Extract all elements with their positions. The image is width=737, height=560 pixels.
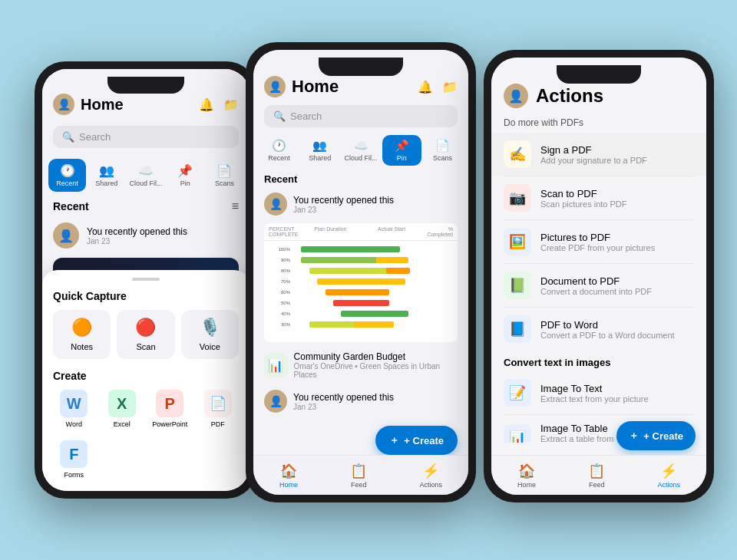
create-powerpoint[interactable]: P PowerPoint [149, 390, 191, 428]
menu-icon[interactable]: ≡ [232, 199, 239, 213]
mid-create-button[interactable]: ＋ + Create [375, 426, 458, 455]
search-bar[interactable]: 🔍 Search [53, 126, 239, 148]
tab-bar: 🕐 Recent 👥 Shared ☁️ Cloud Fil... 📌 Pin … [42, 153, 250, 195]
rp-feed-icon: 📋 [588, 463, 605, 479]
pdf-label: PDF [211, 420, 225, 428]
gantt-bar-area-5 [293, 288, 453, 296]
mid-search-bar[interactable]: 🔍 Search [264, 105, 458, 127]
tab-scans[interactable]: 📄 Scans [206, 159, 243, 192]
gantt-label-3: 80% [269, 268, 290, 273]
gantt-bar-8b [354, 321, 394, 328]
sign-pdf-title: Sign a PDF [540, 144, 647, 156]
mid-scans-icon: 📄 [435, 139, 450, 153]
mid-feed-label: Feed [351, 481, 367, 489]
qc-notes[interactable]: 🟠 Notes [53, 310, 111, 359]
mid-nav-home[interactable]: 🏠 Home [267, 460, 310, 492]
mid-nav-actions[interactable]: ⚡ Actions [407, 460, 454, 492]
mid-tab-shared[interactable]: 👥 Shared [300, 135, 339, 166]
rp-content: Do more with PDFs ✍️ Sign a PDF Add your… [491, 114, 706, 443]
create-forms[interactable]: F Forms [53, 440, 95, 479]
gantt-bar-3 [309, 268, 389, 274]
rp-img-text[interactable]: 📝 Image To Text Extract text from your p… [491, 371, 706, 414]
rp-doc-pdf[interactable]: 📗 Document to PDF Convert a document int… [491, 264, 706, 307]
rp-nav-feed[interactable]: 📋 Feed [579, 460, 614, 492]
create-excel[interactable]: X Excel [101, 390, 144, 428]
right-phone-notch [557, 65, 641, 84]
budget-item[interactable]: 📊 Community Garden Budget Omar's OneDriv… [253, 345, 468, 385]
mid-create-plus: ＋ [389, 433, 399, 447]
scans-icon: 📄 [216, 163, 232, 178]
rp-actions-label: Actions [657, 481, 680, 489]
mid-nav-feed[interactable]: 📋 Feed [338, 460, 379, 492]
tab-recent[interactable]: 🕐 Recent [48, 159, 86, 192]
ppt-icon: P [165, 395, 175, 413]
mid-shared-icon: 👥 [312, 139, 327, 153]
ppt-icon-box: P [156, 390, 183, 417]
mid-bell-icon[interactable]: 🔔 [418, 80, 433, 94]
mid-tab-recent[interactable]: 🕐 Recent [259, 135, 299, 166]
tab-cloud[interactable]: ☁️ Cloud Fil... [127, 159, 164, 192]
recent-label: Recent [53, 200, 89, 212]
gantt-bar-6 [333, 300, 389, 306]
tab-shared[interactable]: 👥 Shared [88, 159, 125, 192]
scan-label: Scan [136, 342, 155, 351]
forms-icon-box: F [60, 440, 88, 468]
rp-home-label: Home [517, 481, 536, 489]
rp-nav-home[interactable]: 🏠 Home [508, 460, 545, 492]
gantt-bar-area-7 [293, 310, 453, 318]
create-pdf[interactable]: 📄 PDF [197, 390, 240, 428]
recent-item[interactable]: 👤 You recently opened this Jan 23 [42, 216, 250, 255]
rp-create-button[interactable]: ＋ + Create [616, 421, 696, 450]
rp-sign-pdf[interactable]: ✍️ Sign a PDF Add your signature to a PD… [491, 133, 706, 176]
tab-pin[interactable]: 📌 Pin [167, 159, 204, 192]
mid-cloud-icon: ☁️ [354, 139, 368, 153]
gantt-label-1: 100% [269, 247, 290, 252]
mid-tab-scans[interactable]: 📄 Scans [423, 135, 462, 166]
mid-folder-icon[interactable]: 📁 [442, 80, 458, 94]
rp-pics-pdf[interactable]: 🖼️ Pictures to PDF Create PDF from your … [491, 220, 706, 263]
gantt-row-1: 100% [264, 244, 458, 255]
mid-recent-title-2: You recently opened this [293, 392, 394, 403]
bottom-sheet: Quick Capture 🟠 Notes 🔴 Scan 🎙️ Voice Cr… [42, 270, 250, 491]
gantt-col3: Actual Start [362, 226, 421, 237]
mid-recent-item-2[interactable]: 👤 You recently opened this Jan 23 [253, 385, 468, 417]
mid-home-icon: 🏠 [280, 463, 297, 479]
gantt-bar-area-6 [293, 299, 453, 307]
mid-recent-item[interactable]: 👤 You recently opened this Jan 23 [253, 188, 468, 220]
notes-icon: 🟠 [71, 318, 92, 338]
gantt-label-2: 90% [269, 258, 290, 262]
mid-create-label: + Create [404, 435, 444, 446]
mid-recent-avatar-2: 👤 [264, 390, 287, 413]
gantt-row-2: 90% [264, 255, 458, 265]
gantt-row-8: 30% [264, 319, 458, 330]
pdf-word-icon-box: 📘 [504, 315, 531, 343]
create-word[interactable]: W Word [53, 390, 95, 428]
left-phone-notch [107, 77, 184, 94]
doc-pdf-title: Document to PDF [540, 275, 652, 287]
avatar[interactable]: 👤 [53, 94, 74, 115]
rp-nav-actions[interactable]: ⚡ Actions [648, 460, 689, 492]
img-table-icon: 📊 [509, 430, 526, 443]
qc-scan[interactable]: 🔴 Scan [117, 310, 174, 359]
rp-scan-pdf[interactable]: 📷 Scan to PDF Scan pictures into PDF [491, 176, 706, 219]
rp-feed-label: Feed [589, 481, 605, 489]
sign-pdf-desc: Add your signature to a PDF [540, 156, 647, 165]
mid-avatar[interactable]: 👤 [264, 76, 286, 97]
rp-pdf-word[interactable]: 📘 PDF to Word Convert a PDF to a Word do… [491, 308, 706, 351]
mid-tab-pin[interactable]: 📌 Pin [382, 135, 421, 166]
mid-tab-cloud[interactable]: ☁️ Cloud Fil... [341, 135, 380, 166]
mid-search-placeholder: Search [290, 110, 322, 122]
folder-icon[interactable]: 📁 [223, 97, 239, 112]
rp-avatar[interactable]: 👤 [504, 84, 528, 108]
qc-voice[interactable]: 🎙️ Voice [181, 310, 239, 359]
mid-recent-title: You recently opened this [293, 195, 394, 206]
scan-pdf-title: Scan to PDF [540, 188, 627, 199]
rp-convert-title: Convert text in images [491, 351, 706, 371]
gantt-bar-1 [301, 246, 400, 252]
pdf-word-desc: Convert a PDF to a Word document [540, 331, 675, 340]
rp-home-icon: 🏠 [518, 463, 535, 479]
gantt-bar-5 [326, 289, 389, 295]
img-text-desc: Extract text from your picture [540, 394, 649, 404]
bell-icon[interactable]: 🔔 [199, 97, 214, 112]
notes-label: Notes [71, 342, 93, 351]
